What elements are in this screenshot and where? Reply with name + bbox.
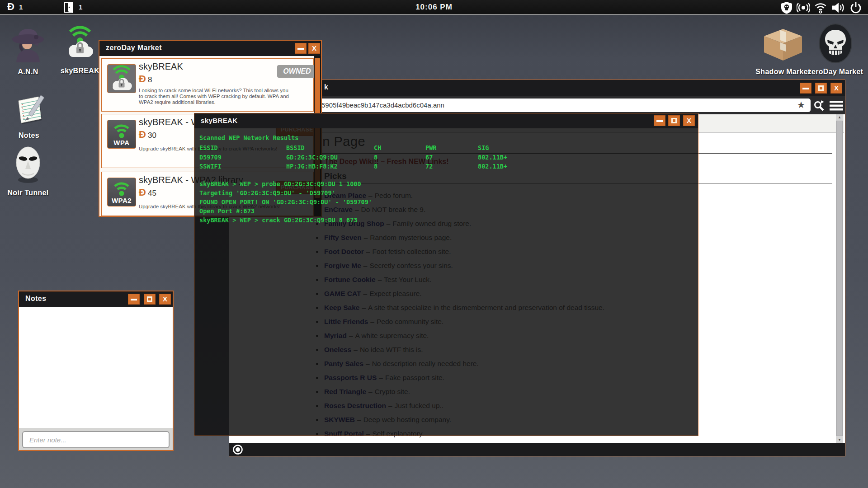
desktop-icon-label: Noir Tunnel bbox=[0, 189, 57, 197]
search-icon[interactable] bbox=[813, 100, 826, 112]
terminal-minimize-button[interactable] bbox=[654, 115, 665, 126]
scroll-up-arrow[interactable]: ▲ bbox=[836, 114, 843, 121]
notes-title-text: Notes bbox=[25, 295, 46, 303]
note-input[interactable] bbox=[22, 431, 170, 448]
browser-maximize-button[interactable] bbox=[815, 83, 827, 94]
browser-title-text: k bbox=[324, 83, 328, 91]
wpa2-library-icon: WPA2 bbox=[107, 178, 136, 206]
skybreak-terminal-window: skyBREAK X Scanned WEP Network Results E… bbox=[194, 113, 698, 436]
shadow-market-box-icon bbox=[762, 26, 804, 62]
terminal-network-row: SSWIFI HP:JG:HB:F8:K2 8 72 802.11B+ bbox=[199, 163, 692, 213]
browser-minimize-button[interactable] bbox=[800, 83, 811, 94]
terminal-close-button[interactable]: X bbox=[683, 115, 695, 126]
browser-scrollbar[interactable]: ▲ ▼ bbox=[836, 114, 843, 443]
volume-icon[interactable] bbox=[831, 1, 845, 14]
desktop-icon-zeroday-market[interactable]: zeroDay Market bbox=[818, 23, 853, 63]
terminal-command-line: skyBREAK > WEP > probe GD:2G:3C:Q9:DU 1 … bbox=[199, 180, 361, 188]
browser-bottom-bar bbox=[229, 443, 845, 456]
market-close-button[interactable]: X bbox=[308, 43, 320, 54]
doscoin-price-icon: Ð bbox=[139, 187, 146, 198]
terminal-command-line: FOUND OPEN PORT! ON 'GD:2G:3C:Q9:DU' - '… bbox=[199, 198, 372, 206]
desktop-icon-shadow-market[interactable]: Shadow Market bbox=[762, 26, 804, 62]
item-name: skyBREAK bbox=[139, 61, 183, 72]
bookmark-star-icon[interactable]: ★ bbox=[797, 99, 805, 110]
desktop-icon-label: Shadow Market bbox=[754, 68, 812, 76]
menu-icon[interactable] bbox=[830, 101, 843, 111]
notes-window: Notes X bbox=[18, 291, 174, 451]
noir-mask-icon bbox=[12, 144, 44, 184]
item-description: Looking to crack some local Wi-Fi networ… bbox=[139, 88, 291, 105]
notes-content bbox=[19, 307, 173, 428]
record-icon[interactable] bbox=[233, 445, 243, 455]
skybreak-cloud-lock-icon bbox=[64, 26, 96, 61]
terminal-scan-header: Scanned WEP Network Results bbox=[199, 134, 298, 141]
terminal-output[interactable]: Scanned WEP Network Results ESSID BSSID … bbox=[194, 128, 698, 436]
owned-badge: OWNED bbox=[277, 65, 317, 78]
notes-minimize-button[interactable] bbox=[128, 294, 140, 305]
url-text: 5905f49beac9b147ca3d4acbd6c04a.ann bbox=[321, 101, 444, 109]
desktop-icon-skybreak[interactable]: skyBREAK bbox=[64, 26, 96, 61]
browser-close-button[interactable]: X bbox=[830, 83, 842, 94]
scrollbar-thumb[interactable] bbox=[836, 121, 843, 436]
ann-avatar-icon bbox=[10, 25, 46, 62]
zeroday-skull-icon bbox=[818, 23, 853, 63]
desktop-icon-label: Notes bbox=[0, 131, 58, 140]
desktop: Ð 1 1 10:06 PM bbox=[0, 0, 868, 488]
top-status-bar: Ð 1 1 10:06 PM bbox=[0, 0, 868, 15]
scroll-down-arrow[interactable]: ▼ bbox=[836, 437, 843, 443]
desktop-icon-label: zeroDay Market bbox=[806, 68, 865, 76]
wpa-library-icon: WPA bbox=[107, 120, 136, 149]
market-title-text: zeroDay Market bbox=[106, 44, 162, 52]
desktop-icon-noir-tunnel[interactable]: Noir Tunnel bbox=[12, 144, 44, 184]
antivirus-shield-icon[interactable] bbox=[780, 1, 793, 14]
terminal-command-line: Targeting 'GD:2G:3C:Q9:DU' - 'D59709' bbox=[199, 189, 335, 197]
doscoin-price-icon: Ð bbox=[139, 129, 146, 141]
notes-close-button[interactable]: X bbox=[159, 294, 171, 305]
doscoin-price-icon: Ð bbox=[139, 73, 146, 85]
item-price: 45 bbox=[148, 189, 156, 198]
terminal-command-line: Open Port #:673 bbox=[199, 207, 255, 215]
desktop-icon-ann[interactable]: A.N.N bbox=[10, 25, 46, 62]
notes-titlebar[interactable]: Notes X bbox=[19, 291, 173, 307]
market-item-skybreak[interactable]: skyBREAK Ð 8 Looking to crack some local… bbox=[101, 58, 314, 112]
power-icon[interactable] bbox=[849, 1, 862, 14]
notes-notepad-icon bbox=[11, 92, 47, 127]
wpa2-icon-label: WPA2 bbox=[108, 197, 136, 204]
wifi-icon[interactable] bbox=[814, 2, 827, 14]
item-price: 30 bbox=[148, 131, 156, 140]
terminal-title-text: skyBREAK bbox=[201, 117, 238, 124]
notes-input-bar bbox=[19, 428, 173, 450]
market-minimize-button[interactable] bbox=[295, 43, 307, 54]
market-titlebar[interactable]: zeroDay Market X bbox=[99, 41, 321, 56]
skybreak-cloud-lock-icon bbox=[107, 64, 136, 93]
desktop-icon-notes[interactable]: Notes bbox=[11, 92, 47, 127]
desktop-icon-label: A.N.N bbox=[0, 68, 57, 76]
broadcast-icon[interactable] bbox=[797, 1, 810, 14]
terminal-maximize-button[interactable] bbox=[668, 115, 680, 126]
wpa-icon-label: WPA bbox=[108, 139, 136, 146]
terminal-titlebar[interactable]: skyBREAK X bbox=[194, 113, 698, 128]
terminal-command-line: skyBREAK > WEP > crack GD:2G:3C:Q9:DU 8 … bbox=[199, 216, 358, 224]
clock: 10:06 PM bbox=[0, 3, 868, 12]
item-price: 8 bbox=[148, 75, 152, 84]
notes-maximize-button[interactable] bbox=[144, 294, 156, 305]
